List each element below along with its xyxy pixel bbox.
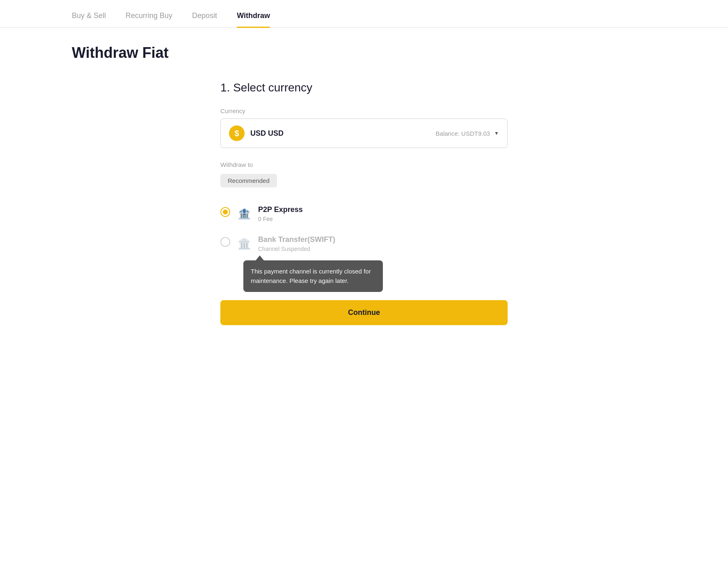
continue-btn-area: Continue xyxy=(220,300,508,325)
tab-recurring-buy[interactable]: Recurring Buy xyxy=(126,11,172,27)
form-container: 1. Select currency Currency $ USD USD Ba… xyxy=(220,81,508,325)
p2p-name: P2P Express xyxy=(258,205,303,214)
currency-balance: Balance: USDT9.03 ▼ xyxy=(436,130,499,137)
currency-display: USD USD xyxy=(250,129,284,138)
tooltip-wrapper: This payment channel is currently closed… xyxy=(243,255,508,292)
radio-p2p[interactable] xyxy=(220,207,230,217)
swift-info: Bank Transfer(SWIFT) Channel Suspended xyxy=(258,235,335,252)
tab-buy-sell[interactable]: Buy & Sell xyxy=(72,11,106,27)
currency-left: $ USD USD xyxy=(229,125,284,141)
section-1-title: 1. Select currency xyxy=(220,81,508,94)
nav-tabs: Buy & Sell Recurring Buy Deposit Withdra… xyxy=(0,0,728,28)
tooltip-arrow xyxy=(256,255,264,260)
page-content: Withdraw Fiat 1. Select currency Currenc… xyxy=(0,44,728,325)
usd-icon: $ xyxy=(229,125,245,141)
withdraw-to-label: Withdraw to xyxy=(220,161,508,168)
swift-fee: Channel Suspended xyxy=(258,246,335,252)
currency-selector[interactable]: $ USD USD Balance: USDT9.03 ▼ xyxy=(220,119,508,148)
dropdown-arrow-icon: ▼ xyxy=(494,130,499,136)
continue-button[interactable]: Continue xyxy=(220,300,508,325)
payment-option-swift[interactable]: 🏛️ Bank Transfer(SWIFT) Channel Suspende… xyxy=(220,229,508,259)
currency-label: Currency xyxy=(220,107,508,114)
tab-deposit[interactable]: Deposit xyxy=(192,11,217,27)
p2p-info: P2P Express 0 Fee xyxy=(258,205,303,222)
tooltip-box: This payment channel is currently closed… xyxy=(243,260,383,292)
p2p-fee: 0 Fee xyxy=(258,216,303,222)
recommended-badge[interactable]: Recommended xyxy=(220,174,277,187)
p2p-icon: 🏦 xyxy=(237,206,252,221)
tab-withdraw[interactable]: Withdraw xyxy=(237,11,270,27)
payment-option-p2p[interactable]: 🏦 P2P Express 0 Fee xyxy=(220,199,508,229)
page-title: Withdraw Fiat xyxy=(72,44,656,62)
swift-icon: 🏛️ xyxy=(237,236,252,251)
swift-name: Bank Transfer(SWIFT) xyxy=(258,235,335,244)
radio-swift[interactable] xyxy=(220,237,230,247)
